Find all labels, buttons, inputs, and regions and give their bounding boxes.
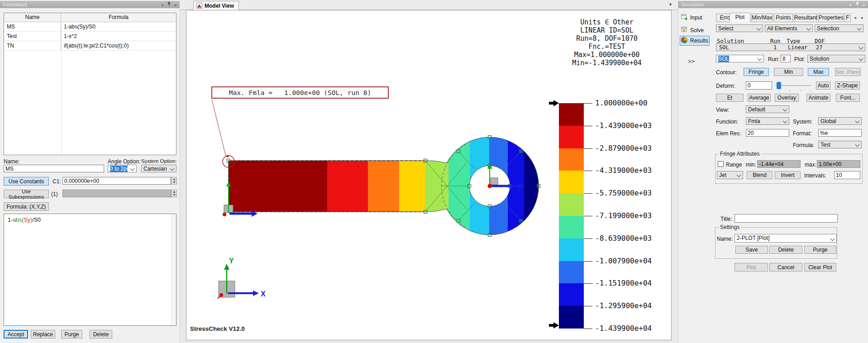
close-icon[interactable]: ✕ — [173, 2, 178, 9]
settings-purge-button[interactable]: Purge — [804, 246, 836, 254]
purge-button[interactable]: Purge — [61, 330, 82, 338]
formula-editor[interactable]: 1-abs(Sy)/S0 — [4, 214, 176, 326]
sol-combo[interactable]: SOL — [716, 55, 764, 62]
z-shape-button[interactable]: Z-Shape — [835, 81, 860, 90]
cell-name[interactable]: TN — [4, 41, 61, 50]
model-info-line: Run=8, DOF=1070 — [559, 34, 655, 43]
cell-name[interactable]: MS — [4, 22, 61, 31]
column-header-formula[interactable]: Formula — [61, 13, 176, 22]
settings-delete-button[interactable]: Delete — [769, 246, 802, 254]
input-nav-label: Input — [690, 14, 702, 21]
tab-points[interactable]: Points — [774, 14, 793, 22]
average-button[interactable]: Average — [748, 94, 771, 102]
chevron-down-icon — [855, 143, 860, 147]
pin-icon[interactable] — [166, 2, 172, 9]
plot-title-input[interactable] — [734, 214, 838, 223]
cell-formula[interactable]: 1-x^2 — [61, 32, 176, 41]
slider-thumb[interactable] — [777, 82, 781, 89]
tab-model-view[interactable]: Model View — [193, 1, 239, 10]
clear-plot-button[interactable]: Clear Plot — [804, 263, 836, 272]
min-button[interactable]: Min — [774, 68, 803, 76]
accept-button[interactable]: Accept — [4, 330, 28, 338]
format-label: Format: — [793, 130, 811, 137]
replace-button[interactable]: Replace — [31, 330, 55, 338]
save-button[interactable]: Save — [735, 246, 768, 254]
close-icon[interactable]: ✕ — [861, 2, 867, 9]
view-combo[interactable]: Default — [746, 105, 789, 113]
system-option-combo[interactable]: Cartesian — [141, 165, 176, 172]
cell-formula[interactable]: if(abs(t):le:pi/2;C1*cos(t);0) — [61, 41, 176, 50]
c1-spinner[interactable] — [171, 177, 177, 185]
angle-option-combo[interactable]: 0 to 2pi — [108, 165, 137, 172]
select-combo[interactable]: Select — [716, 24, 763, 32]
format-input[interactable]: %e — [818, 129, 862, 137]
auto-button[interactable]: Auto — [816, 81, 830, 90]
animate-button[interactable]: Animate — [806, 94, 830, 102]
subexpression-spinner[interactable] — [171, 190, 177, 197]
deform-input[interactable]: 0 — [746, 81, 772, 90]
selection-handle — [457, 219, 460, 223]
overlay-button[interactable]: Overlay — [775, 94, 799, 102]
tab-scroll-right-icon[interactable]: ► — [859, 15, 866, 21]
tab-resultant[interactable]: Resultant — [794, 14, 817, 22]
intervals-input[interactable]: 10 — [834, 171, 860, 179]
use-constants-button[interactable]: Use Constants — [4, 177, 49, 186]
panel-menu-icon[interactable]: ▼ — [160, 2, 165, 9]
all-elements-combo[interactable]: All Elements — [765, 24, 813, 32]
formula-xyz-button[interactable]: Formula: (X,Y,Z) — [4, 202, 49, 211]
selection-handle — [537, 185, 540, 188]
tab-scroll-left-icon[interactable]: ◄ — [852, 15, 858, 21]
tab-minmax[interactable]: Min/Max — [751, 14, 773, 22]
max-button[interactable]: Max — [808, 68, 829, 76]
cell-formula[interactable]: 1-abs(Sy)/S0 — [61, 22, 176, 31]
selection-combo[interactable]: Selection — [815, 24, 863, 32]
run-input[interactable]: 8 — [781, 55, 791, 62]
expand-nav-button[interactable]: >> — [688, 58, 695, 65]
results-nav-label: Results — [690, 38, 708, 44]
table-row[interactable]: TN if(abs(t):le:pi/2;C1*cos(t);0) — [4, 41, 176, 51]
table-row[interactable]: MS 1-abs(Sy)/S0 — [4, 22, 176, 32]
plot-type-combo[interactable]: Solution — [807, 55, 865, 62]
font-button[interactable]: Font... — [836, 94, 860, 102]
range-checkbox[interactable] — [718, 161, 724, 167]
elem-res-input[interactable]: 20 — [746, 129, 789, 137]
legend-band — [559, 261, 584, 284]
invert-button[interactable]: Invert — [775, 171, 801, 179]
solve-icon — [681, 26, 688, 34]
colormap-combo[interactable]: Jet — [717, 171, 743, 179]
table-row[interactable]: Test 1-x^2 — [4, 32, 176, 41]
use-subexpressions-button[interactable]: Use Subexpressions — [4, 190, 49, 198]
document-tabstrip: Model View ▼ — [180, 0, 678, 10]
fringe-button[interactable]: Fringe — [744, 68, 769, 76]
formula-combo[interactable]: Test — [818, 141, 862, 148]
system-label: System: — [793, 119, 812, 125]
tab-properties[interactable]: Properties — [818, 14, 844, 22]
c1-input[interactable]: 0.000000e+00 — [62, 177, 171, 185]
blend-button[interactable]: Blend — [747, 171, 773, 179]
et-button[interactable]: Et — [716, 94, 744, 102]
elem-res-value: 20 — [748, 130, 754, 136]
tab-plot[interactable]: Plot — [730, 13, 750, 22]
settings-name-combo[interactable]: 2-PLOT [Plot] — [734, 234, 837, 243]
tab-overflow[interactable]: F — [844, 14, 851, 22]
input-nav-button[interactable]: Input — [680, 13, 709, 22]
solve-nav-button[interactable]: Solve — [680, 26, 709, 34]
editor-scrollbar[interactable] — [172, 214, 176, 325]
function-combo[interactable]: Fmla — [746, 117, 789, 125]
cell-name[interactable]: Test — [4, 32, 61, 41]
formula-name-input[interactable]: MS — [4, 165, 104, 172]
legend-band — [559, 103, 584, 126]
solution-row-name: SOL — [719, 44, 729, 51]
column-header-name[interactable]: Name — [4, 13, 61, 22]
solution-row-combo[interactable]: SOL 1 Linear 27 — [716, 43, 865, 51]
selection-handle — [520, 219, 523, 223]
panel-menu-icon[interactable]: ▼ — [848, 2, 853, 9]
cancel-button[interactable]: Cancel — [769, 263, 802, 272]
pin-icon[interactable] — [854, 2, 860, 9]
system-option-label: System Option: — [141, 158, 177, 164]
deform-slider[interactable] — [775, 82, 811, 92]
tab-list-dropdown-icon[interactable]: ▼ — [668, 2, 672, 7]
system-combo[interactable]: Global — [818, 117, 862, 125]
results-nav-button[interactable]: Results — [680, 36, 710, 46]
delete-button[interactable]: Delete — [90, 330, 112, 338]
